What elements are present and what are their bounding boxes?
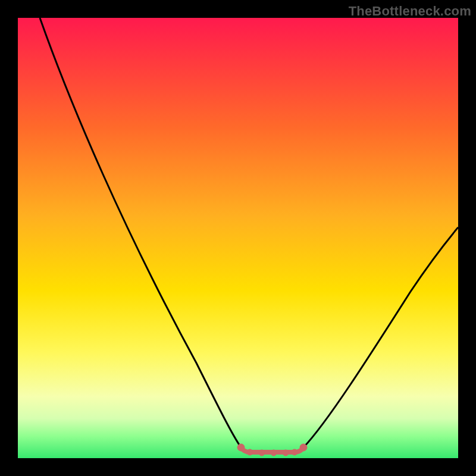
chart-frame: TheBottleneck.com — [0, 0, 476, 476]
chart-svg — [18, 18, 458, 458]
svg-point-6 — [300, 444, 307, 451]
svg-point-3 — [271, 450, 277, 456]
flat-bottom-marker — [237, 444, 307, 456]
svg-point-0 — [237, 444, 245, 451]
svg-point-2 — [259, 450, 265, 456]
curve-left-path — [40, 18, 241, 447]
watermark-text: TheBottleneck.com — [349, 4, 471, 19]
svg-point-4 — [283, 450, 289, 456]
curve-right-path — [303, 227, 458, 447]
svg-point-5 — [292, 449, 298, 455]
plot-area — [18, 18, 458, 458]
svg-point-1 — [247, 449, 253, 455]
